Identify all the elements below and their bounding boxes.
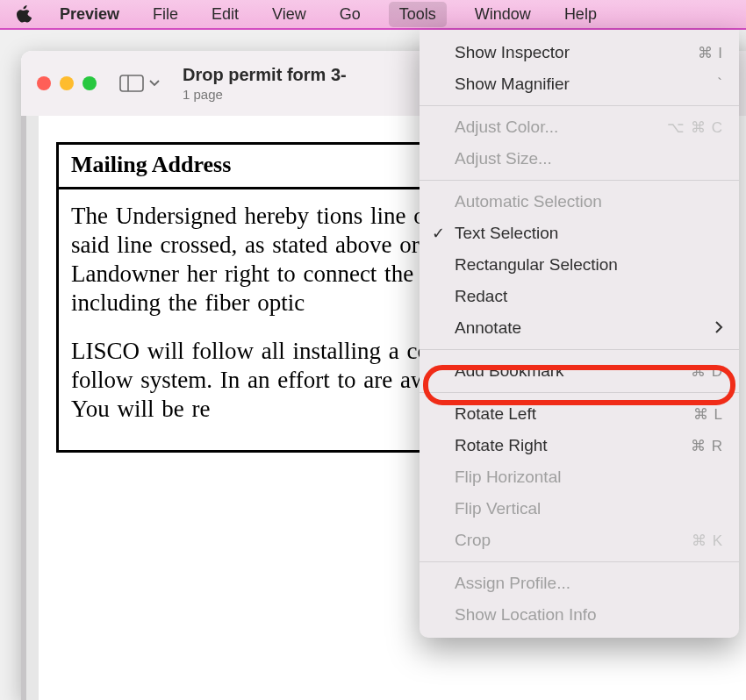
menu-item-label: Crop — [455, 531, 692, 550]
menu-item-shortcut: ⌥ ⌘ C — [667, 118, 723, 137]
menu-edit[interactable]: Edit — [206, 2, 244, 27]
menu-item-label: Redact — [455, 287, 723, 306]
title-block: Drop permit form 3- 1 page — [183, 65, 347, 102]
document-subtitle: 1 page — [183, 87, 347, 102]
menu-item-label: Rectangular Selection — [455, 255, 723, 275]
menu-show-inspector[interactable]: Show Inspector ⌘ I — [420, 37, 739, 68]
menu-item-label: Adjust Color... — [455, 118, 667, 137]
check-icon: ✓ — [432, 224, 445, 243]
menu-file[interactable]: File — [147, 2, 183, 27]
menu-item-label: Automatic Selection — [455, 192, 723, 211]
menu-item-shortcut: ⌘ I — [698, 44, 723, 62]
menu-adjust-color: Adjust Color... ⌥ ⌘ C — [420, 111, 739, 143]
menu-assign-profile: Assign Profile... — [420, 568, 739, 599]
menu-tools[interactable]: Tools — [389, 2, 447, 27]
menu-redact[interactable]: Redact — [420, 281, 739, 312]
menu-view[interactable]: View — [267, 2, 312, 27]
minimize-button[interactable] — [60, 76, 74, 90]
menu-text-selection[interactable]: ✓ Text Selection — [420, 218, 739, 249]
menu-rotate-left[interactable]: Rotate Left ⌘ L — [420, 398, 739, 430]
menu-item-label: Text Selection — [455, 224, 723, 243]
menu-annotate[interactable]: Annotate — [420, 312, 739, 344]
menu-item-shortcut: ⌘ D — [691, 362, 723, 381]
menu-item-label: Add Bookmark — [455, 361, 691, 381]
menu-item-shortcut: ⌘ K — [692, 532, 723, 550]
menu-rectangular-selection[interactable]: Rectangular Selection — [420, 249, 739, 281]
close-button[interactable] — [37, 76, 51, 90]
traffic-lights — [37, 76, 97, 90]
menu-flip-vertical: Flip Vertical — [420, 493, 739, 525]
tools-dropdown: Show Inspector ⌘ I Show Magnifier ` Adju… — [420, 30, 739, 638]
menu-adjust-size: Adjust Size... — [420, 143, 739, 175]
menubar: Preview File Edit View Go Tools Window H… — [0, 0, 746, 30]
menu-rotate-right[interactable]: Rotate Right ⌘ R — [420, 430, 739, 461]
menu-item-label: Show Magnifier — [455, 75, 717, 94]
menu-flip-horizontal: Flip Horizontal — [420, 461, 739, 493]
chevron-down-icon — [149, 79, 160, 88]
menu-add-bookmark[interactable]: Add Bookmark ⌘ D — [420, 355, 739, 387]
menu-item-label: Assign Profile... — [455, 574, 723, 593]
menu-separator — [420, 105, 739, 106]
zoom-button[interactable] — [82, 76, 97, 90]
menu-item-label: Show Location Info — [455, 605, 723, 625]
menu-item-label: Rotate Right — [455, 436, 691, 455]
sidebar-toggle-button[interactable] — [114, 71, 165, 96]
menu-show-magnifier[interactable]: Show Magnifier ` — [420, 68, 739, 100]
menu-item-shortcut: ` — [717, 75, 723, 93]
menu-window[interactable]: Window — [470, 2, 536, 27]
menu-go[interactable]: Go — [334, 2, 366, 27]
menu-item-shortcut: ⌘ L — [693, 405, 723, 424]
apple-logo-icon[interactable] — [16, 5, 32, 23]
chevron-right-icon — [714, 318, 723, 338]
menu-item-label: Annotate — [455, 318, 714, 338]
menu-automatic-selection: Automatic Selection — [420, 186, 739, 218]
menu-item-label: Show Inspector — [455, 43, 698, 62]
menu-show-location-info: Show Location Info — [420, 599, 739, 631]
menu-item-label: Flip Horizontal — [455, 468, 723, 487]
menu-item-label: Adjust Size... — [455, 149, 723, 168]
menu-item-shortcut: ⌘ R — [691, 437, 723, 455]
app-menu[interactable]: Preview — [54, 2, 125, 27]
menu-item-label: Flip Vertical — [455, 499, 723, 518]
menu-separator — [420, 561, 739, 562]
menu-item-label: Rotate Left — [455, 404, 693, 424]
document-title: Drop permit form 3- — [183, 65, 347, 85]
svg-rect-0 — [120, 75, 143, 91]
menu-separator — [420, 180, 739, 181]
menu-help[interactable]: Help — [559, 2, 602, 27]
menu-separator — [420, 349, 739, 350]
menu-crop: Crop ⌘ K — [420, 525, 739, 556]
menu-separator — [420, 392, 739, 393]
